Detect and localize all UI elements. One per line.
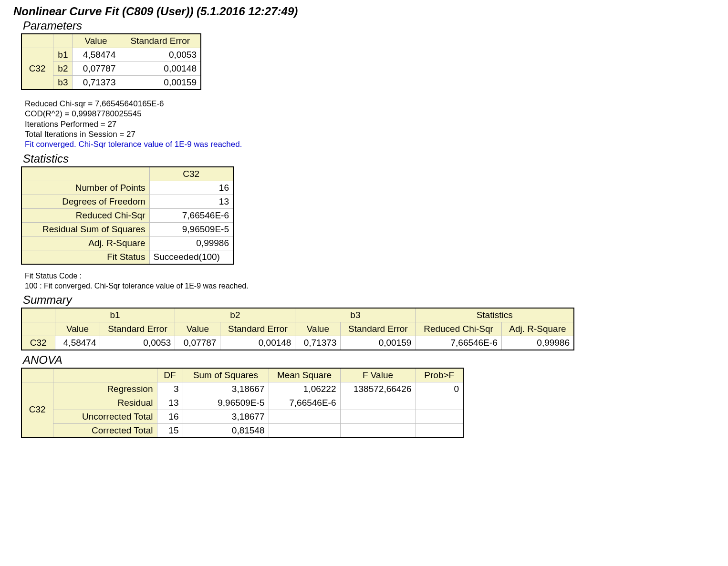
fit-notes: Reduced Chi-sqr = 7,66545640165E-6 COD(R… — [25, 99, 715, 149]
table-row: C32 — [21, 167, 233, 181]
table-row: C32 Regression 3 3,18667 1,06222 138572,… — [21, 382, 463, 396]
anova-label: Uncorrected Total — [53, 410, 157, 423]
header-cell: F Value — [340, 368, 416, 382]
table-row: Reduced Chi-Sqr7,66546E-6 — [21, 209, 233, 223]
table-row: Corrected Total 15 0,81548 — [21, 423, 463, 438]
param-name: b2 — [53, 62, 72, 76]
header-cell: Standard Error — [120, 34, 201, 48]
parameters-table: Value Standard Error C32 b1 4,58474 0,00… — [21, 33, 201, 90]
header-cell: Value — [295, 322, 341, 336]
table-row: Value Standard Error — [21, 34, 201, 48]
cell: 16 — [157, 410, 183, 423]
cell — [416, 396, 463, 410]
header-cell: C32 — [149, 167, 233, 181]
header-cell: Reduced Chi-Sqr — [416, 322, 501, 336]
stat-value: 9,96509E-5 — [149, 223, 233, 237]
note-line: Fit Status Code : — [25, 271, 715, 281]
cell — [340, 423, 416, 438]
param-value: 0,07787 — [72, 62, 120, 76]
param-value: 4,58474 — [72, 48, 120, 62]
header-cell: Sum of Squares — [183, 368, 269, 382]
note-line: Iterations Performed = 27 — [25, 119, 715, 129]
table-row: Degrees of Freedom13 — [21, 195, 233, 209]
cell: 0,0053 — [100, 336, 175, 350]
header-cell: b3 — [295, 308, 416, 322]
cell: 0,00148 — [220, 336, 295, 350]
table-row: Uncorrected Total 16 3,18677 — [21, 410, 463, 423]
cell — [269, 410, 340, 423]
cell: 3 — [157, 382, 183, 396]
header-cell — [53, 368, 157, 382]
header-cell: Standard Error — [220, 322, 295, 336]
statistics-table: C32 Number of Points16 Degrees of Freedo… — [21, 166, 234, 265]
table-row: C32 b1 4,58474 0,0053 — [21, 48, 201, 62]
param-stderr: 0,00148 — [120, 62, 201, 76]
header-cell — [21, 34, 53, 48]
header-cell: Standard Error — [341, 322, 416, 336]
table-row: b1 b2 b3 Statistics — [21, 308, 574, 322]
cell — [340, 410, 416, 423]
header-cell: Prob>F — [416, 368, 463, 382]
cell: 13 — [157, 396, 183, 410]
fit-status-note: Fit Status Code : 100 : Fit converged. C… — [25, 271, 715, 291]
anova-label: Corrected Total — [53, 423, 157, 438]
stat-label: Residual Sum of Squares — [21, 223, 149, 237]
cell: 0,71373 — [295, 336, 341, 350]
row-group: C32 — [21, 48, 53, 90]
row-group: C32 — [21, 336, 55, 350]
stat-label: Reduced Chi-Sqr — [21, 209, 149, 223]
section-summary: Summary — [23, 293, 715, 307]
stat-label: Adj. R-Square — [21, 237, 149, 250]
param-value: 0,71373 — [72, 76, 120, 90]
anova-table: DF Sum of Squares Mean Square F Value Pr… — [21, 368, 464, 438]
table-row: C32 4,58474 0,0053 0,07787 0,00148 0,713… — [21, 336, 574, 350]
converged-message: Fit converged. Chi-Sqr tolerance value o… — [25, 139, 715, 149]
header-cell: Value — [55, 322, 100, 336]
table-row: Residual Sum of Squares9,96509E-5 — [21, 223, 233, 237]
cell: 15 — [157, 423, 183, 438]
header-cell: Adj. R-Square — [501, 322, 574, 336]
table-row: DF Sum of Squares Mean Square F Value Pr… — [21, 368, 463, 382]
cell — [269, 423, 340, 438]
stat-label: Degrees of Freedom — [21, 195, 149, 209]
cell: 138572,66426 — [340, 382, 416, 396]
row-group: C32 — [21, 382, 53, 438]
param-name: b1 — [53, 48, 72, 62]
cell: 9,96509E-5 — [183, 396, 269, 410]
anova-label: Regression — [53, 382, 157, 396]
header-cell: Mean Square — [269, 368, 340, 382]
stat-value: Succeeded(100) — [149, 250, 233, 265]
note-line: Total Iterations in Session = 27 — [25, 129, 715, 139]
header-cell — [21, 322, 55, 336]
page-title: Nonlinear Curve Fit (C809 (User)) (5.1.2… — [13, 5, 715, 18]
header-cell: b2 — [175, 308, 295, 322]
header-cell — [21, 308, 55, 322]
cell: 7,66546E-6 — [416, 336, 501, 350]
param-stderr: 0,00159 — [120, 76, 201, 90]
cell: 1,06222 — [269, 382, 340, 396]
table-row: Adj. R-Square0,99986 — [21, 237, 233, 250]
note-line: 100 : Fit converged. Chi-Sqr tolerance v… — [25, 281, 715, 291]
cell — [416, 423, 463, 438]
table-row: Number of Points16 — [21, 181, 233, 195]
cell: 3,18677 — [183, 410, 269, 423]
header-cell — [21, 368, 53, 382]
table-row: Residual 13 9,96509E-5 7,66546E-6 — [21, 396, 463, 410]
cell: 0,00159 — [341, 336, 416, 350]
table-row: Value Standard Error Value Standard Erro… — [21, 322, 574, 336]
cell — [340, 396, 416, 410]
cell: 0,81548 — [183, 423, 269, 438]
stat-value: 13 — [149, 195, 233, 209]
cell: 4,58474 — [55, 336, 100, 350]
stat-value: 0,99986 — [149, 237, 233, 250]
note-line: COD(R^2) = 0,99987780025545 — [25, 109, 715, 119]
param-name: b3 — [53, 76, 72, 90]
header-cell: Standard Error — [100, 322, 175, 336]
note-line: Reduced Chi-sqr = 7,66545640165E-6 — [25, 99, 715, 109]
section-parameters: Parameters — [23, 19, 715, 32]
header-cell: b1 — [55, 308, 175, 322]
header-cell: Statistics — [416, 308, 574, 322]
stat-label: Fit Status — [21, 250, 149, 265]
cell — [416, 410, 463, 423]
header-cell — [53, 34, 72, 48]
